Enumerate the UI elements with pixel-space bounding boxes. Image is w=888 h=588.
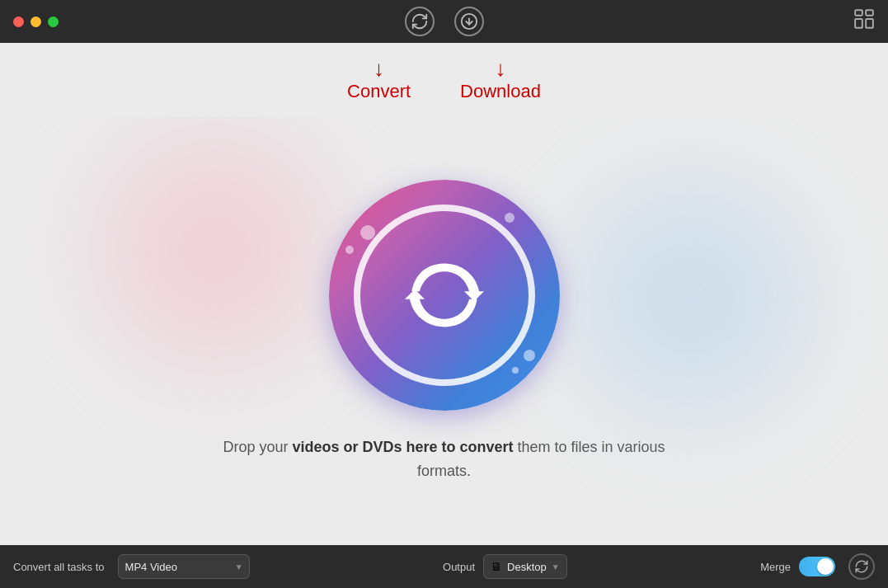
output-select-wrapper[interactable]: 🖥 Desktop ▼	[483, 554, 567, 579]
convert-icon	[411, 12, 429, 31]
folder-icon: 🖥	[491, 560, 502, 573]
refresh-button[interactable]	[848, 553, 875, 580]
bg-blob-blue	[575, 183, 806, 414]
svg-rect-1	[855, 10, 862, 16]
merge-section: Merge	[760, 557, 835, 576]
main-content: Drop your videos or DVDs here to convert…	[0, 117, 888, 545]
convert-all-label: Convert all tasks to	[13, 561, 105, 573]
bokeh-2	[345, 246, 354, 254]
merge-toggle[interactable]	[799, 557, 835, 576]
bokeh-5	[505, 213, 514, 223]
svg-rect-2	[866, 10, 873, 16]
convert-nav-button[interactable]	[405, 7, 435, 36]
nav-buttons	[405, 7, 484, 36]
drop-text: Drop your videos or DVDs here to convert…	[205, 435, 684, 483]
annotation-area: ↓ Convert ↓ Download	[0, 43, 888, 117]
bokeh-3	[524, 350, 535, 361]
refresh-icon	[854, 559, 869, 574]
download-icon	[460, 12, 478, 31]
download-nav-button[interactable]	[454, 7, 484, 36]
sync-icon	[395, 246, 494, 345]
output-location: Desktop	[507, 561, 547, 573]
convert-arrow: ↓	[374, 58, 384, 79]
drop-text-bold: videos or DVDs here to convert	[292, 439, 513, 455]
format-select-wrapper: MP4 Video ▼	[118, 554, 250, 579]
grid-icon[interactable]	[853, 8, 875, 35]
convert-ring	[354, 205, 535, 386]
bokeh-4	[512, 367, 519, 374]
traffic-lights	[13, 16, 59, 27]
bottombar: Convert all tasks to MP4 Video ▼ Output …	[0, 545, 888, 588]
output-label: Output	[443, 561, 475, 573]
titlebar	[0, 0, 888, 43]
convert-annotation: ↓ Convert	[347, 58, 411, 102]
bg-blob-pink	[99, 134, 330, 365]
convert-circle[interactable]	[329, 180, 560, 411]
svg-rect-3	[855, 19, 862, 28]
output-chevron-icon: ▼	[552, 562, 560, 572]
maximize-button[interactable]	[48, 16, 59, 27]
toggle-knob	[817, 558, 834, 575]
merge-label: Merge	[760, 561, 791, 573]
download-arrow: ↓	[496, 58, 506, 79]
download-label: Download	[460, 81, 541, 102]
drop-text-before: Drop your	[223, 439, 292, 455]
close-button[interactable]	[13, 16, 24, 27]
minimize-button[interactable]	[31, 16, 41, 27]
output-section: Output 🖥 Desktop ▼	[443, 554, 567, 579]
svg-rect-4	[866, 19, 873, 28]
convert-label: Convert	[347, 81, 411, 102]
bokeh-1	[360, 225, 375, 240]
download-annotation: ↓ Download	[460, 58, 541, 102]
format-select[interactable]: MP4 Video	[118, 554, 250, 579]
